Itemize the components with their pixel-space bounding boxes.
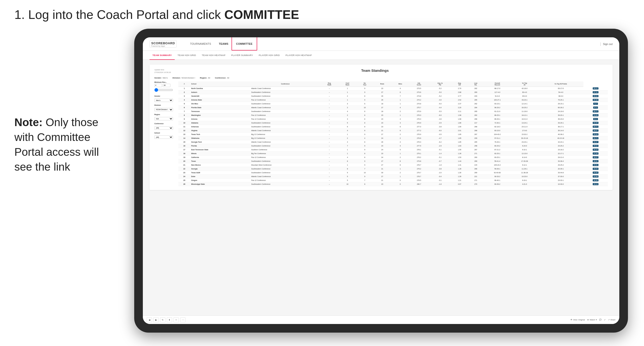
table-row[interactable]: 25OregonPac-12 Conference–57210278.5-3.1… [178, 178, 608, 182]
gender-filter-label: Gender [154, 95, 176, 97]
table-row[interactable]: 6Florida StateAtlantic Coast Conference–… [178, 106, 608, 110]
table-header-row: # School Conference RegRank ConfRank NoT… [178, 81, 608, 87]
sub-nav-player-h2h-grid[interactable]: PLAYER H2H GRID [256, 51, 282, 60]
table-row[interactable]: 22GeorgiaSoutheastern Conference–8721127… [178, 167, 608, 171]
gender-select[interactable]: Men's [154, 99, 173, 102]
toolbar-back-btn[interactable]: ◀ [147, 317, 152, 323]
main-content: Update time: 27/03/2024 16:56:26 Team St… [143, 60, 619, 315]
gender-filter-display: Gender: Men's [154, 77, 168, 79]
update-time-area: Update time: 27/03/2024 16:56:26 [154, 68, 171, 74]
table-row[interactable]: 13Texas TechBig 12 Conference–19272276.9… [178, 133, 608, 136]
table-row[interactable]: 3VanderbiltSoutheastern Conference–28267… [178, 94, 608, 98]
expand-icon: ⤢ [604, 319, 606, 321]
toolbar-share-btn[interactable]: ⬆ [167, 317, 172, 323]
table-row[interactable]: 19CaliforniaPac-12 Conference–48242278.2… [178, 156, 608, 159]
table-row[interactable]: 18IllinoisBig Ten Conference–18231279.1-… [178, 152, 608, 156]
table-row[interactable]: 9ArizonaPac-12 Conference–38234276.3-4.6… [178, 117, 608, 121]
school-select[interactable]: (All) [154, 136, 173, 139]
table-row[interactable]: 11ArkansasSoutheastern Conference–682382… [178, 125, 608, 129]
table-row[interactable]: 7TennesseeSoutheastern Conference–461822… [178, 110, 608, 113]
share-icon: ↗ [608, 319, 610, 321]
table-row[interactable]: 1North CarolinaAtlantic Coast Conference… [178, 87, 608, 90]
table-row[interactable]: 24DukeAtlantic Coast Conference–59271278… [178, 175, 608, 178]
col-adj-score: Adj.Score [409, 81, 429, 87]
min-rounds-filter: Minimum Rou... [154, 81, 176, 93]
col-vs-top50-points: Vs Top 50 Points [538, 81, 583, 87]
table-row[interactable]: 23Texas A&MSoutheastern Conference–91030… [178, 171, 608, 175]
col-vs-top25: Vs Top25 [511, 81, 538, 87]
top-nav: SCOREBOARD Powered by clippd TOURNAMENTS… [143, 37, 619, 51]
region-select[interactable]: N/A [154, 117, 173, 120]
division-filter: Division NCAA Division I [154, 104, 176, 111]
comment-icon: 💬 [599, 319, 602, 321]
toolbar-reload-btn[interactable]: ↻ [160, 317, 165, 323]
conference-select[interactable]: (All) [154, 126, 173, 130]
table-row[interactable]: 2AuburnSoutheastern Conference–19276273.… [178, 90, 608, 94]
table-row[interactable]: 20TexasSoutheastern Conference–89278279.… [178, 159, 608, 163]
table-row[interactable]: 14OklahomaBig 12 Conference–24242276.6-4… [178, 136, 608, 140]
note-area: Note: Only those with Committee Portal a… [14, 115, 115, 174]
nav-tournaments[interactable]: TOURNAMENTS [186, 37, 215, 51]
share-btn[interactable]: ↗ Share [608, 319, 616, 321]
min-rounds-label: Minimum Rou... [154, 81, 176, 83]
division-filter-label: Division [154, 104, 176, 106]
sub-nav-player-h2h-heatmap[interactable]: PLAYER H2H HEATMAP [282, 51, 315, 60]
logo-area: SCOREBOARD Powered by clippd [150, 40, 177, 48]
col-avg-sg: Avg.SG [451, 81, 468, 87]
update-time-value: 27/03/2024 16:56:26 [154, 71, 171, 74]
note-text: Note: Only those with Committee Portal a… [14, 115, 115, 174]
sub-nav-team-h2h-grid[interactable]: TEAM H2H GRID [175, 51, 199, 60]
col-avg-to-par: Avg. toPar [429, 81, 451, 87]
nav-items: TOURNAMENTS TEAMS COMMITTEE [186, 37, 600, 50]
table-row[interactable]: 26Mississippi StateSoutheastern Conferen… [178, 182, 608, 186]
watch-btn[interactable]: ⊕ Watch ▾ [587, 319, 596, 321]
region-filter-display: Region: All [200, 77, 210, 79]
col-rnds: Rnds [373, 81, 392, 87]
toolbar-forward-btn[interactable]: ▶ [154, 317, 159, 323]
table-row[interactable]: 8WashingtonPac-12 Conference–28231276.3-… [178, 113, 608, 117]
table-row[interactable]: 5Ole MissSoutheastern Conference–3618127… [178, 102, 608, 106]
conference-filter: Conference (All) [154, 123, 176, 130]
min-rounds-min-input[interactable] [154, 84, 162, 87]
table-row[interactable]: 15Georgia TechAtlantic Coast Conference–… [178, 140, 608, 144]
toolbar-add-btn[interactable]: + [174, 317, 179, 323]
nav-committee[interactable]: COMMITTEE [232, 37, 256, 51]
expand-btn[interactable]: ⤢ [604, 319, 606, 321]
conference-filter-label: Conference [154, 123, 176, 124]
logo-sub: Powered by clippd [151, 45, 175, 47]
sub-nav-team-h2h-heatmap[interactable]: TEAM H2H HEATMAP [199, 51, 228, 60]
min-rounds-slider[interactable] [154, 88, 173, 92]
col-no-tour: NoTour [356, 81, 373, 87]
region-filter-label: Region [154, 114, 176, 115]
table-row[interactable]: 10AlabamaSoutheastern Conference–5823327… [178, 121, 608, 125]
eye-icon: 👁 [570, 319, 572, 321]
col-overall-record: OverallRecord [484, 81, 511, 87]
toolbar-more-btn[interactable]: ⋯ [180, 317, 186, 323]
nav-teams[interactable]: TEAMS [215, 37, 232, 51]
toolbar-left: ◀ ▶ ↻ ⬆ + ⋯ [147, 317, 186, 323]
school-filter: School (All) [154, 132, 176, 139]
instruction-area: 1. Log into the Coach Portal and click C… [14, 7, 630, 22]
tablet-screen: SCOREBOARD Powered by clippd TOURNAMENTS… [143, 37, 619, 324]
col-conf-rank: ConfRank [338, 81, 356, 87]
update-time-label: Update time: [154, 68, 171, 71]
sign-out-link[interactable]: Sign out [603, 43, 612, 45]
col-reg-rank: RegRank [320, 81, 338, 87]
logo-text: SCOREBOARD [151, 41, 175, 45]
comment-btn[interactable]: 💬 [599, 319, 602, 321]
table-row[interactable]: 12VirginiaAtlantic Coast Conference–4821… [178, 129, 608, 133]
step-instruction: 1. Log into the Coach Portal and click C… [14, 7, 630, 22]
min-rounds-max-input[interactable] [163, 84, 170, 87]
view-original-btn[interactable]: 👁 View: Original [570, 319, 585, 321]
table-row[interactable]: 4Arizona StatePac-12 Conference–19261274… [178, 98, 608, 102]
table-row[interactable]: 17East Tennessee StateSouthern Conferenc… [178, 148, 608, 152]
col-low-rd: LowRd. [468, 81, 484, 87]
gender-filter: Gender Men's [154, 95, 176, 102]
sub-nav-player-summary[interactable]: PLAYER SUMMARY [228, 51, 256, 60]
sub-nav-team-summary[interactable]: TEAM SUMMARY [150, 51, 175, 60]
table-row[interactable]: 21New MexicoMountain West Conference–192… [178, 163, 608, 167]
region-filter: Region N/A [154, 114, 176, 121]
col-rank: # [178, 81, 190, 87]
division-select[interactable]: NCAA Division I [154, 108, 173, 111]
table-row[interactable]: 16FloridaSoutheastern Conference–7924427… [178, 144, 608, 148]
